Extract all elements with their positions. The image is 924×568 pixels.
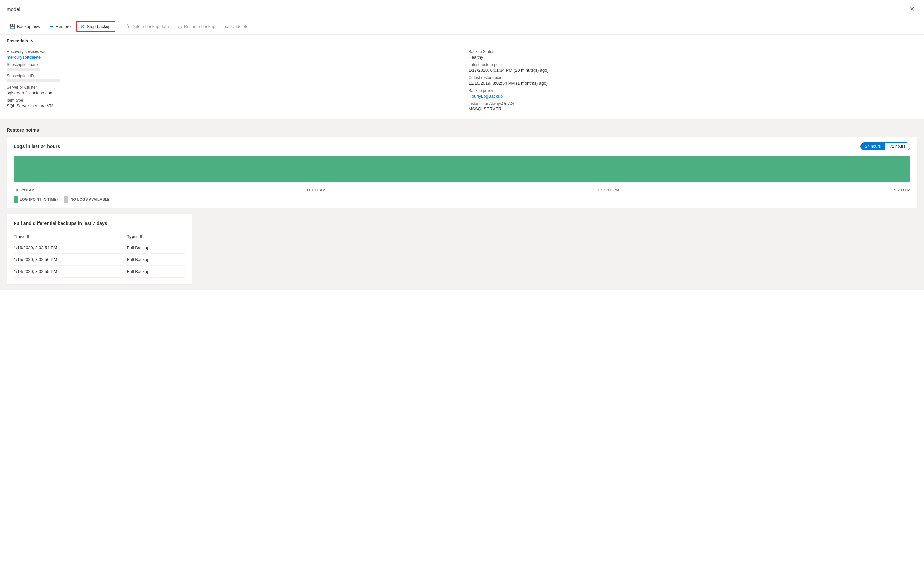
subscription-id-item: Subscription ID [7, 74, 456, 82]
backups-table: Time ⇅ Type ⇅ 1/16/2020, 8:02:54 PM Full… [14, 231, 186, 278]
essentials-left-col: Recovery services vault mercurysoftdelet… [7, 50, 456, 114]
item-type-item: Item type SQL Server in Azure VM [7, 98, 456, 108]
chart-legend: LOG (POINT IN TIME) NO LOGS AVAILABLE [14, 196, 910, 203]
sort-type-icon[interactable]: ⇅ [139, 234, 142, 239]
instance-item: Instance or AlwaysOn AG MSSQLSERVER [469, 101, 918, 112]
xaxis-label-3: Fri 6:00 PM [891, 188, 910, 192]
close-button[interactable]: ✕ [907, 4, 917, 14]
recovery-vault-link[interactable]: mercurysoftdelete [7, 55, 456, 60]
recovery-vault-item: Recovery services vault mercurysoftdelet… [7, 50, 456, 60]
table-row: 1/16/2020, 8:02:54 PM Full Backup [14, 242, 186, 254]
time-72h-button[interactable]: 72 hours [885, 143, 910, 150]
subscription-id-placeholder [7, 79, 60, 82]
chevron-up-icon: ∧ [30, 38, 33, 44]
legend-color-gray [64, 196, 68, 203]
xaxis-label-2: Fri 12:00 PM [598, 188, 619, 192]
col-time: Time ⇅ [14, 231, 127, 242]
time-toggle: 24 hours 72 hours [860, 142, 910, 150]
chart-bar [14, 156, 910, 182]
delete-backup-button[interactable]: 🗑 Delete backup data [121, 21, 173, 31]
backups-tbody: 1/16/2020, 8:02:54 PM Full Backup 1/15/2… [14, 242, 186, 278]
time-24h-button[interactable]: 24 hours [861, 143, 886, 150]
chart-card: Logs in last 24 hours 24 hours 72 hours … [7, 137, 917, 208]
title-bar: model ✕ [0, 0, 924, 18]
legend-color-green [14, 196, 18, 203]
resume-backup-button[interactable]: ◷ Resume backup [174, 21, 219, 31]
restore-points-section: Restore points Logs in last 24 hours 24 … [0, 122, 924, 290]
stop-backup-button[interactable]: ⊘ Stop backup [76, 21, 115, 32]
undelete-icon: 🗂 [225, 24, 229, 29]
legend-item-nologs: NO LOGS AVAILABLE [64, 196, 109, 203]
xaxis-label-0: Fri 12:00 AM [14, 188, 34, 192]
toolbar-divider-1 [118, 23, 118, 30]
xaxis-label-1: Fri 6:00 AM [307, 188, 326, 192]
chart-xaxis: Fri 12:00 AM Fri 6:00 AM Fri 12:00 PM Fr… [14, 188, 910, 192]
subscription-name-item: Subscription name [7, 62, 456, 71]
subscription-name-placeholder [7, 68, 40, 71]
toolbar: 💾 Backup now ↩ Restore ⊘ Stop backup 🗑 D… [0, 18, 924, 35]
server-cluster-item: Server or Cluster sqlserver-1.contoso.co… [7, 85, 456, 95]
backup-status-item: Backup Status Healthy [469, 50, 918, 60]
backup-now-icon: 💾 [9, 24, 15, 29]
latest-restore-item: Latest restore point 1/17/2020, 6:01:34 … [469, 62, 918, 73]
oldest-restore-item: Oldest restore point 12/10/2019, 8:02:54… [469, 75, 918, 86]
backup-policy-link[interactable]: HourlyLogBackup [469, 94, 918, 98]
col-type: Type ⇅ [127, 231, 186, 242]
cell-time-1: 1/15/2020, 8:02:56 PM [14, 254, 127, 266]
resume-icon: ◷ [178, 24, 182, 29]
cell-time-0: 1/16/2020, 8:02:54 PM [14, 242, 127, 254]
essentials-header[interactable]: Essentials ∧ [7, 38, 33, 45]
table-header-row: Time ⇅ Type ⇅ [14, 231, 186, 242]
main-window: model ✕ 💾 Backup now ↩ Restore ⊘ Stop ba… [0, 0, 924, 568]
legend-label-log: LOG (POINT IN TIME) [20, 197, 58, 201]
sort-time-icon[interactable]: ⇅ [26, 234, 29, 239]
essentials-section: Essentials ∧ Recovery services vault mer… [0, 35, 924, 122]
table-row: 1/14/2020, 8:02:55 PM Full Backup [14, 266, 186, 278]
restore-button[interactable]: ↩ Restore [46, 21, 75, 31]
delete-icon: 🗑 [125, 24, 130, 29]
legend-label-nologs: NO LOGS AVAILABLE [70, 197, 109, 201]
chart-title: Logs in last 24 hours [14, 144, 60, 149]
chart-area [14, 156, 910, 186]
essentials-grid: Recovery services vault mercurysoftdelet… [7, 50, 917, 114]
cell-type-0: Full Backup [127, 242, 186, 254]
cell-time-2: 1/14/2020, 8:02:55 PM [14, 266, 127, 278]
backup-now-button[interactable]: 💾 Backup now [5, 21, 44, 31]
undelete-button[interactable]: 🗂 Undelete [220, 21, 252, 31]
backups-title: Full and differential backups in last 7 … [14, 221, 186, 226]
table-row: 1/15/2020, 8:02:56 PM Full Backup [14, 254, 186, 266]
stop-backup-icon: ⊘ [81, 24, 85, 29]
chart-header: Logs in last 24 hours 24 hours 72 hours [14, 142, 910, 150]
window-title: model [7, 6, 20, 12]
backups-card: Full and differential backups in last 7 … [7, 214, 192, 285]
cell-type-2: Full Backup [127, 266, 186, 278]
cell-type-1: Full Backup [127, 254, 186, 266]
essentials-right-col: Backup Status Healthy Latest restore poi… [469, 50, 918, 114]
restore-points-title: Restore points [7, 127, 917, 133]
legend-item-log: LOG (POINT IN TIME) [14, 196, 58, 203]
restore-icon: ↩ [50, 24, 54, 29]
backup-policy-item: Backup policy HourlyLogBackup [469, 88, 918, 98]
